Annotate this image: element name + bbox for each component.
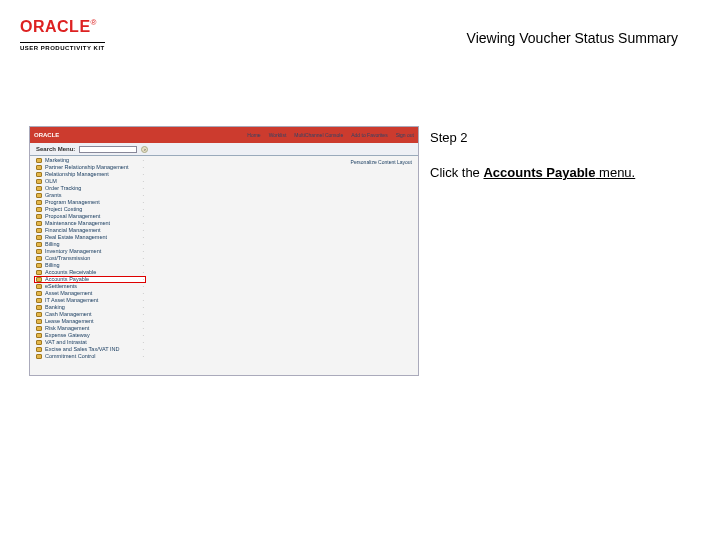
folder-icon (36, 172, 42, 177)
nav-item[interactable]: Maintenance Management· (34, 220, 146, 227)
nav-item[interactable]: Marketing· (34, 157, 146, 164)
brand-tm: ® (91, 18, 97, 27)
folder-icon (36, 263, 42, 268)
chevron-right-icon: · (143, 270, 144, 275)
nav-item-label: Financial Management (45, 228, 101, 234)
chevron-right-icon: · (143, 249, 144, 254)
nav-item[interactable]: Billing· (34, 262, 146, 269)
nav-item[interactable]: Order Tracking· (34, 185, 146, 192)
step-target: Accounts Payable (483, 165, 595, 180)
folder-icon (36, 193, 42, 198)
folder-icon (36, 207, 42, 212)
chevron-right-icon: · (143, 256, 144, 261)
chevron-right-icon: · (143, 284, 144, 289)
nav-item-label: Risk Management (45, 326, 89, 332)
folder-icon (36, 305, 42, 310)
nav-item[interactable]: eSettlements· (34, 283, 146, 290)
nav-item-label: Grants (45, 193, 62, 199)
nav-item[interactable]: Program Management· (34, 199, 146, 206)
chevron-right-icon: · (143, 221, 144, 226)
folder-icon (36, 235, 42, 240)
folder-icon (36, 165, 42, 170)
nav-item[interactable]: Billing· (34, 241, 146, 248)
folder-icon (36, 284, 42, 289)
brand-subtitle: USER PRODUCTIVITY KIT (20, 42, 105, 51)
nav-item[interactable]: IT Asset Management· (34, 297, 146, 304)
folder-icon (36, 277, 42, 282)
nav-item-label: Order Tracking (45, 186, 81, 192)
nav-item[interactable]: Commitment Control· (34, 353, 146, 360)
folder-icon (36, 179, 42, 184)
nav-item[interactable]: Real Estate Management· (34, 234, 146, 241)
nav-item[interactable]: Inventory Management· (34, 248, 146, 255)
chevron-right-icon: · (143, 347, 144, 352)
nav-item-label: Maintenance Management (45, 221, 110, 227)
nav-item[interactable]: Risk Management· (34, 325, 146, 332)
folder-icon (36, 242, 42, 247)
step-pre: Click the (430, 165, 483, 180)
app-screenshot: ORACLE Home Worklist MultiChannel Consol… (29, 126, 419, 376)
nav-item-label: VAT and Intrastat (45, 340, 87, 346)
nav-item-label: Proposal Management (45, 214, 100, 220)
folder-icon (36, 312, 42, 317)
nav-item[interactable]: Project Costing· (34, 206, 146, 213)
search-input[interactable] (79, 146, 137, 153)
nav-item[interactable]: Excise and Sales Tax/VAT IND· (34, 346, 146, 353)
toolbar-link-home[interactable]: Home (247, 132, 260, 138)
toolbar-link-add-favorites[interactable]: Add to Favorites (351, 132, 387, 138)
nav-item-label: Real Estate Management (45, 235, 107, 241)
page: ORACLE® USER PRODUCTIVITY KIT Viewing Vo… (0, 0, 720, 540)
folder-icon (36, 270, 42, 275)
nav-item-label: Inventory Management (45, 249, 101, 255)
nav-item-accounts-payable[interactable]: Accounts Payable· (34, 276, 146, 283)
nav-item[interactable]: Proposal Management· (34, 213, 146, 220)
brand-name: ORACLE (20, 19, 91, 35)
chevron-right-icon: · (143, 235, 144, 240)
chevron-right-icon: · (143, 179, 144, 184)
nav-item[interactable]: OLM· (34, 178, 146, 185)
nav-item[interactable]: Asset Management· (34, 290, 146, 297)
folder-icon (36, 249, 42, 254)
chevron-right-icon: · (143, 333, 144, 338)
folder-icon (36, 340, 42, 345)
folder-icon (36, 228, 42, 233)
chevron-right-icon: · (143, 242, 144, 247)
nav-item[interactable]: Expense Gateway· (34, 332, 146, 339)
nav-item-label: Cash Management (45, 312, 91, 318)
nav-item[interactable]: Cost/Transmission· (34, 255, 146, 262)
nav-item[interactable]: Lease Management· (34, 318, 146, 325)
folder-icon (36, 326, 42, 331)
folder-icon (36, 354, 42, 359)
folder-icon (36, 347, 42, 352)
nav-item[interactable]: Cash Management· (34, 311, 146, 318)
nav-item[interactable]: Financial Management· (34, 227, 146, 234)
nav-item[interactable]: Partner Relationship Management· (34, 164, 146, 171)
search-go-button[interactable]: > (141, 146, 148, 153)
toolbar-link-worklist[interactable]: Worklist (269, 132, 287, 138)
header: ORACLE® USER PRODUCTIVITY KIT Viewing Vo… (20, 18, 700, 66)
toolbar-link-multichannel[interactable]: MultiChannel Console (294, 132, 343, 138)
left-nav: Marketing·Partner Relationship Managemen… (34, 157, 146, 360)
brand-block: ORACLE® USER PRODUCTIVITY KIT (20, 18, 105, 54)
page-title: Viewing Voucher Status Summary (467, 30, 678, 46)
personalize-link[interactable]: Personalize Content Layout (351, 159, 412, 165)
toolbar-link-signout[interactable]: Sign out (396, 132, 414, 138)
nav-item-label: Relationship Management (45, 172, 109, 178)
chevron-right-icon: · (143, 319, 144, 324)
chevron-right-icon: · (143, 158, 144, 163)
chevron-right-icon: · (143, 207, 144, 212)
nav-item[interactable]: VAT and Intrastat· (34, 339, 146, 346)
folder-icon (36, 214, 42, 219)
chevron-right-icon: · (143, 305, 144, 310)
nav-item-label: Commitment Control (45, 354, 95, 360)
chevron-right-icon: · (143, 263, 144, 268)
nav-item[interactable]: Grants· (34, 192, 146, 199)
nav-item-label: Banking (45, 305, 65, 311)
nav-item[interactable]: Banking· (34, 304, 146, 311)
folder-icon (36, 200, 42, 205)
folder-icon (36, 158, 42, 163)
nav-item[interactable]: Accounts Receivable· (34, 269, 146, 276)
nav-item[interactable]: Relationship Management· (34, 171, 146, 178)
search-group: Search Menu: > (36, 146, 148, 153)
nav-item-label: Project Costing (45, 207, 82, 213)
